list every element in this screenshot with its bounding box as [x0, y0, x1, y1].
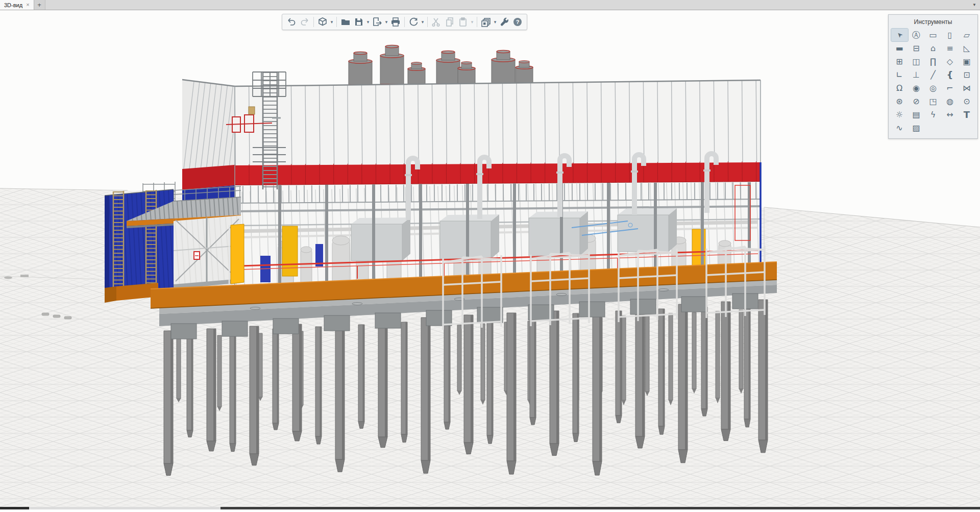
tool-floor-opening[interactable]: ⊟ [908, 42, 925, 55]
open-button[interactable] [339, 16, 352, 28]
tool-ramp[interactable]: ◺ [959, 42, 975, 55]
annex-structure [105, 182, 244, 296]
plumbing-fixture-icon: Ω [896, 84, 902, 92]
wall-icon: ▭ [929, 31, 937, 39]
tool-hatch[interactable]: ▨ [908, 121, 925, 134]
main-toolbar: ▾ ▾ ▾ ▾ [282, 14, 527, 30]
assembly-icon: ▣ [963, 58, 970, 66]
tool-roof[interactable]: ⌂ [925, 42, 942, 55]
tool-line[interactable]: ╱ [925, 68, 942, 81]
copy-button[interactable] [443, 16, 456, 28]
help-button[interactable]: ? [511, 16, 524, 28]
3d-viewport-canvas[interactable] [0, 10, 980, 509]
redo-icon [299, 16, 310, 28]
tool-window[interactable]: ⊞ [891, 55, 908, 68]
tools-panel-title: Инструменты [889, 16, 977, 29]
tool-floor[interactable]: ▬ [891, 42, 908, 55]
tool-pipe-fitting[interactable]: ⋈ [959, 82, 975, 94]
tool-isolated-foundation[interactable]: ⊥ [908, 68, 925, 81]
text-tool-icon: T [964, 110, 970, 119]
line-icon: ╱ [930, 71, 936, 79]
visual-style-caret-icon[interactable]: ▾ [493, 19, 498, 25]
visual-style-button[interactable] [479, 16, 493, 28]
tool-round-duct[interactable]: ◍ [942, 95, 959, 108]
cut-scissors-icon [431, 16, 442, 28]
open-folder-icon [340, 16, 351, 28]
door-icon: ◫ [912, 58, 920, 66]
tool-dimension[interactable]: ↔ [942, 108, 959, 121]
tool-element[interactable]: ◇ [942, 55, 959, 68]
route-icon: ∿ [896, 124, 902, 132]
save-caret-icon[interactable]: ▾ [365, 19, 371, 25]
tool-stair[interactable]: ≡ [942, 42, 959, 55]
viewport-3d: ▾ ▾ ▾ ▾ [0, 10, 980, 509]
yellow-door [231, 224, 244, 284]
tool-pipe-accessory[interactable]: ◎ [925, 82, 942, 94]
tool-assembly[interactable]: ▣ [959, 55, 975, 68]
tool-duct-accessory[interactable]: ⊘ [908, 95, 925, 108]
tool-duct[interactable]: ◳ [925, 95, 942, 108]
application-window: 3D-вид × + ▼ [0, 0, 980, 512]
floor-opening-icon: ⊟ [913, 44, 919, 53]
profile-icon: { [947, 70, 953, 80]
tool-ventilation-equipment[interactable]: ⊛ [891, 95, 908, 108]
tool-railing[interactable]: ∏ [925, 55, 942, 68]
print-button[interactable] [389, 16, 402, 28]
tool-equipment[interactable]: ◉ [908, 82, 925, 94]
ramp-icon: ◺ [964, 44, 970, 53]
export-caret-icon[interactable]: ▾ [384, 19, 389, 25]
tool-profile[interactable]: { [942, 68, 959, 81]
toolbar-separator [427, 17, 428, 27]
tool-socket[interactable]: ⊙ [959, 95, 975, 108]
tool-pipe[interactable]: ⌐ [942, 82, 959, 94]
tab-bar-spacer [45, 0, 969, 10]
redo-button[interactable] [298, 16, 311, 28]
export-button[interactable] [371, 16, 384, 28]
tool-route[interactable]: ∿ [891, 121, 908, 134]
horizontal-scrollbar[interactable] [0, 507, 980, 509]
stair-icon: ≡ [946, 44, 953, 53]
paste-caret-icon[interactable]: ▾ [470, 19, 475, 25]
cut-button[interactable] [430, 16, 443, 28]
tab-3d-view[interactable]: 3D-вид × [0, 0, 34, 10]
view-style-caret-icon[interactable]: ▾ [329, 19, 334, 25]
tools-grid: ➤ Ⓐ ▭ ▯ ▱ ▬ ⊟ ⌂ ≡ ◺ ⊞ ◫ ∏ ◇ ▣ ∟ ⊥ ╱ { ⊡ [889, 29, 977, 134]
save-button[interactable] [352, 16, 365, 28]
tool-strip-foundation[interactable]: ∟ [891, 68, 908, 81]
tool-column[interactable]: ▯ [942, 29, 959, 41]
tools-panel: Инструменты ➤ Ⓐ ▭ ▯ ▱ ▬ ⊟ ⌂ ≡ ◺ ⊞ ◫ ∏ ◇ … [888, 14, 978, 139]
element-icon: ◇ [947, 58, 953, 66]
tool-electric-panel[interactable]: ▤ [908, 108, 925, 121]
paste-button[interactable] [456, 16, 470, 28]
view-style-button[interactable] [316, 16, 329, 28]
dimension-icon: ↔ [946, 111, 953, 119]
roof-icon: ⌂ [930, 44, 936, 53]
settings-button[interactable] [498, 16, 511, 28]
tool-text[interactable]: T [959, 108, 975, 121]
tab-close-icon[interactable]: × [26, 2, 29, 8]
sync-button[interactable] [407, 16, 420, 28]
scrollbar-corner [0, 507, 29, 509]
socket-icon: ⊙ [963, 97, 970, 106]
window-icon: ⊞ [896, 58, 902, 66]
tool-opening[interactable]: ⊡ [959, 68, 975, 81]
wiring-icon: ϟ [930, 111, 936, 119]
tool-wiring[interactable]: ϟ [925, 108, 942, 121]
tab-overflow-icon[interactable]: ▼ [969, 0, 980, 10]
tool-annotation[interactable]: Ⓐ [908, 29, 925, 41]
select-cursor-icon: ➤ [895, 31, 904, 39]
tool-door[interactable]: ◫ [908, 55, 925, 68]
tool-plumbing-fixture[interactable]: Ω [891, 82, 908, 94]
pipe-accessory-icon: ◎ [929, 84, 937, 92]
tool-light-fixture[interactable]: ☼ [891, 108, 908, 121]
tool-select[interactable]: ➤ [891, 29, 908, 41]
undo-button[interactable] [285, 16, 298, 28]
duct-accessory-icon: ⊘ [913, 97, 919, 106]
tool-wall[interactable]: ▭ [925, 29, 942, 41]
tool-beam[interactable]: ▱ [959, 29, 975, 41]
round-duct-icon: ◍ [946, 97, 953, 106]
annotation-icon: Ⓐ [912, 31, 920, 39]
scrollbar-thumb[interactable] [29, 507, 220, 509]
new-tab-button[interactable]: + [34, 0, 45, 10]
sync-caret-icon[interactable]: ▾ [420, 19, 425, 25]
